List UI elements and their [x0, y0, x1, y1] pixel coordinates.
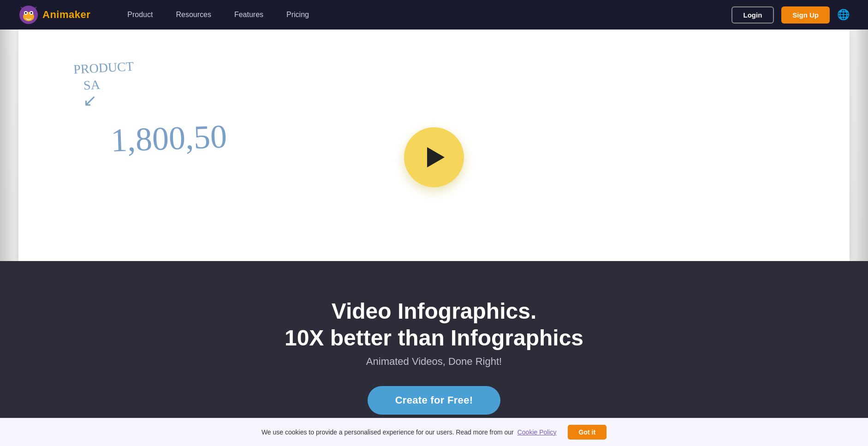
play-triangle-icon [427, 147, 445, 167]
brand-name: Animaker [42, 9, 90, 21]
language-globe-icon[interactable]: 🌐 [837, 9, 850, 21]
logo-icon [18, 5, 39, 25]
svg-point-4 [25, 12, 27, 14]
create-free-button[interactable]: Create for Free! [368, 386, 501, 415]
side-shadow-left [0, 30, 18, 261]
nav-product[interactable]: Product [127, 11, 153, 19]
handwritten-number: 1,800,50 [110, 117, 228, 160]
navbar-right: Login Sign Up 🌐 [731, 6, 850, 24]
handwritten-title: PRODUCT SA [73, 53, 227, 95]
nav-features[interactable]: Features [234, 11, 263, 19]
nav-pricing[interactable]: Pricing [286, 11, 309, 19]
cookie-banner: We use cookies to provide a personalised… [0, 418, 868, 446]
nav-resources[interactable]: Resources [176, 11, 211, 19]
got-it-button[interactable]: Got it [568, 425, 607, 440]
nav-links: Product Resources Features Pricing [127, 11, 731, 19]
cookie-policy-link[interactable]: Cookie Policy [517, 428, 557, 436]
navbar: Animaker Product Resources Features Pric… [0, 0, 868, 30]
marketing-subtext: Animated Videos, Done Right! [9, 356, 859, 368]
svg-point-5 [30, 12, 32, 14]
login-button[interactable]: Login [731, 6, 774, 24]
side-shadow-right [850, 30, 868, 261]
signup-button[interactable]: Sign Up [781, 6, 830, 24]
hero-video-section: PRODUCT SA ↙ 1,800,50 [0, 30, 868, 261]
handwritten-content: PRODUCT SA ↙ 1,800,50 [74, 57, 227, 158]
cookie-message: We use cookies to provide a personalised… [262, 428, 514, 436]
marketing-headline: Video Infographics. 10X better than Info… [9, 298, 859, 351]
logo-link[interactable]: Animaker [18, 5, 90, 25]
play-button[interactable] [404, 127, 464, 187]
play-button-wrap [404, 127, 464, 187]
